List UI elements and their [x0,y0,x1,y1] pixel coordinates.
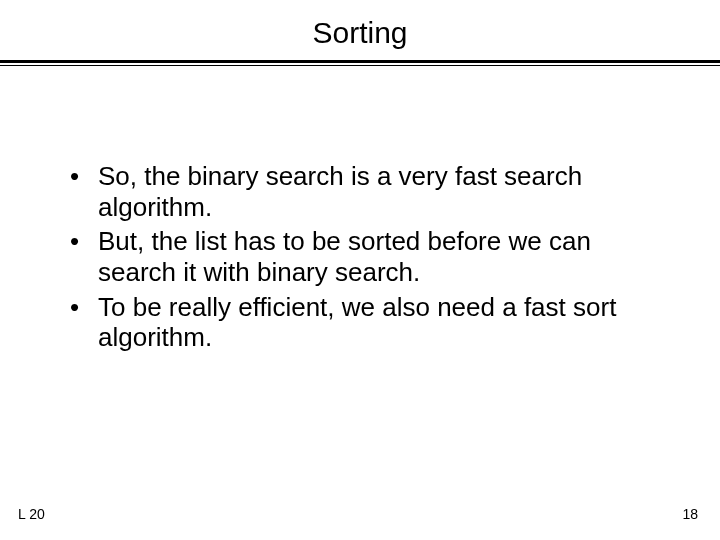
footer-left: L 20 [18,506,45,522]
title-rule-thick [0,60,720,63]
list-item: •To be really efficient, we also need a … [70,292,660,353]
bullet-icon: • [70,161,98,192]
slide-title: Sorting [0,0,720,60]
list-item: •So, the binary search is a very fast se… [70,161,660,222]
slide-content: •So, the binary search is a very fast se… [0,66,720,353]
bullet-icon: • [70,292,98,323]
list-item: •But, the list has to be sorted before w… [70,226,660,287]
bullet-icon: • [70,226,98,257]
bullet-text: So, the binary search is a very fast sea… [98,161,582,222]
page-number: 18 [682,506,698,522]
bullet-text: To be really efficient, we also need a f… [98,292,616,353]
slide: Sorting •So, the binary search is a very… [0,0,720,540]
bullet-list: •So, the binary search is a very fast se… [70,161,660,353]
bullet-text: But, the list has to be sorted before we… [98,226,591,287]
